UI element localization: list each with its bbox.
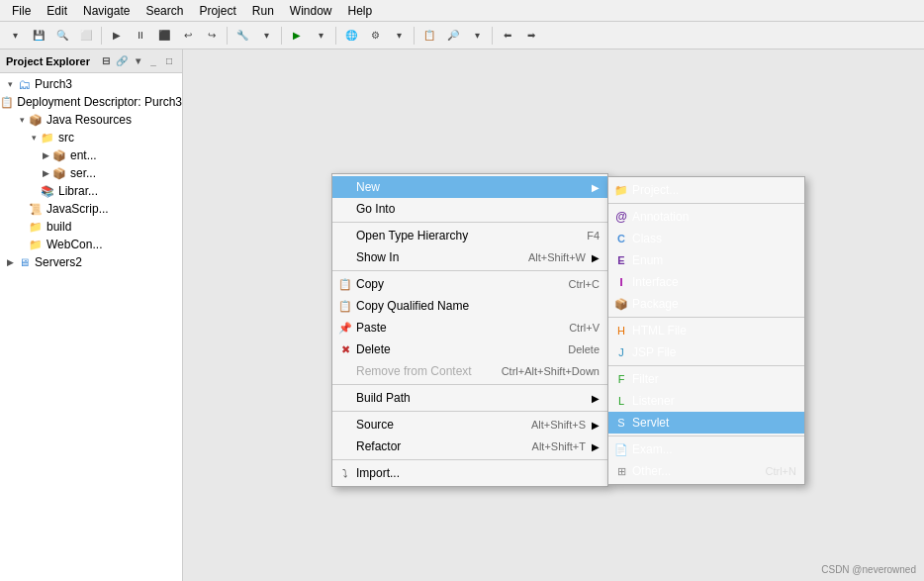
toolbar: ▾ 💾 🔍 ⬜ ▶ ⏸ ⬛ ↩ ↪ 🔧 ▾ ▶ ▾ 🌐 ⚙ ▾ 📋 🔎 ▾ ⬅ …: [0, 22, 924, 49]
maximize-icon[interactable]: □: [162, 55, 176, 66]
toolbar-btn-9[interactable]: 🔧: [231, 25, 253, 47]
toolbar-btn-8[interactable]: ↪: [201, 25, 223, 47]
sm-item-class[interactable]: C Class: [608, 228, 804, 249]
toolbar-run-btn[interactable]: ▶: [286, 25, 308, 47]
cm-item-copy-qualified[interactable]: 📋 Copy Qualified Name: [332, 295, 607, 317]
toolbar-btn-10[interactable]: ▾: [255, 25, 277, 47]
cm-shortcut-source: Alt+Shift+S: [531, 419, 586, 431]
toolbar-btn-18[interactable]: ➡: [520, 25, 542, 47]
sm-item-filter[interactable]: F Filter: [608, 368, 804, 390]
sm-item-package[interactable]: 📦 Package: [608, 293, 804, 315]
tree-item-deployment[interactable]: 📋 Deployment Descriptor: Purch3: [0, 93, 182, 111]
cm-item-show-in[interactable]: Show In Alt+Shift+W ▶: [332, 246, 607, 268]
toolbar-btn-13[interactable]: ▾: [388, 25, 410, 47]
toolbar-btn-save[interactable]: 💾: [28, 25, 49, 47]
sm-item-enum[interactable]: E Enum: [608, 249, 804, 271]
menu-edit[interactable]: Edit: [39, 2, 75, 20]
view-menu-icon[interactable]: ▾: [131, 55, 144, 66]
sm-item-annotation[interactable]: @ Annotation: [608, 206, 804, 228]
interface-icon: I: [613, 274, 629, 290]
toolbar-sep-1: [101, 27, 102, 45]
panel-title: Project Explorer: [6, 55, 90, 67]
sm-item-other[interactable]: ⊞ Other... Ctrl+N: [608, 460, 804, 482]
minimize-icon[interactable]: _: [146, 55, 160, 66]
tree-item-build[interactable]: 📁 build: [0, 218, 182, 236]
menu-file[interactable]: File: [4, 2, 39, 20]
menu-help[interactable]: Help: [340, 2, 381, 20]
sm-sep-2: [608, 317, 804, 318]
paste-icon: 📌: [337, 320, 353, 336]
toolbar-btn-6[interactable]: ⬛: [153, 25, 175, 47]
tree-item-javascript[interactable]: 📜 JavaScrip...: [0, 200, 182, 218]
menu-search[interactable]: Search: [138, 2, 191, 20]
menu-navigate[interactable]: Navigate: [75, 2, 138, 20]
menu-window[interactable]: Window: [282, 2, 340, 20]
sm-item-jsp[interactable]: J JSP File: [608, 341, 804, 363]
tree-item-servers2[interactable]: ▶ 🖥 Servers2: [0, 253, 182, 271]
sm-sep-3: [608, 365, 804, 366]
cm-label-copy-qualified: Copy Qualified Name: [356, 299, 600, 313]
cm-item-go-into[interactable]: Go Into: [332, 198, 607, 220]
sm-label-html: HTML File: [632, 324, 796, 338]
tree-label-servers2: Servers2: [35, 255, 82, 269]
cm-label-import: Import...: [356, 466, 600, 480]
cm-item-build-path[interactable]: Build Path ▶: [332, 387, 607, 409]
toolbar-btn-16[interactable]: ▾: [466, 25, 488, 47]
tree-item-ent[interactable]: ▶ 📦 ent...: [0, 146, 182, 164]
sm-item-example[interactable]: 📄 Exam...: [608, 438, 804, 460]
tree-item-librar[interactable]: 📚 Librar...: [0, 182, 182, 200]
tree-item-purch3[interactable]: ▾ 🗂 Purch3: [0, 75, 182, 93]
toolbar-btn-11[interactable]: 🌐: [340, 25, 362, 47]
cm-label-copy: Copy: [356, 277, 549, 291]
sm-item-interface[interactable]: I Interface: [608, 271, 804, 293]
cm-sep-4: [332, 411, 607, 412]
cm-label-source: Source: [356, 418, 511, 432]
sm-item-html[interactable]: H HTML File: [608, 320, 804, 341]
cm-shortcut-open-type: F4: [587, 230, 600, 242]
tree-item-src[interactable]: ▾ 📁 src: [0, 129, 182, 146]
other-icon: ⊞: [613, 463, 629, 479]
link-with-editor-icon[interactable]: 🔗: [115, 55, 129, 66]
sm-item-servlet[interactable]: S Servlet: [608, 412, 804, 434]
toolbar-btn-15[interactable]: 🔎: [442, 25, 464, 47]
class-icon: C: [613, 231, 629, 246]
cm-item-new[interactable]: New ▶ 📁 Project... @ Annotation: [332, 176, 607, 198]
toolbar-sep-4: [335, 27, 336, 45]
collapse-all-icon[interactable]: ⊟: [99, 55, 113, 66]
toolbar-btn-5[interactable]: ⏸: [130, 25, 151, 47]
toolbar-btn-12[interactable]: ⚙: [364, 25, 386, 47]
cm-item-delete[interactable]: ✖ Delete Delete: [332, 339, 607, 360]
tree-item-java-resources[interactable]: ▾ 📦 Java Resources: [0, 111, 182, 129]
enum-icon: E: [613, 252, 629, 268]
menu-run[interactable]: Run: [244, 2, 282, 20]
sm-label-annotation: Annotation: [632, 210, 796, 224]
toolbar-btn-14[interactable]: 📋: [418, 25, 440, 47]
sm-item-listener[interactable]: L Listener: [608, 390, 804, 412]
cm-label-paste: Paste: [356, 321, 549, 335]
toolbar-btn-7[interactable]: ↩: [177, 25, 199, 47]
tree-arrow-src: ▾: [28, 133, 40, 143]
tree-item-ser[interactable]: ▶ 📦 ser...: [0, 164, 182, 182]
sm-item-project[interactable]: 📁 Project...: [608, 179, 804, 201]
cm-item-paste[interactable]: 📌 Paste Ctrl+V: [332, 317, 607, 339]
cm-item-copy[interactable]: 📋 Copy Ctrl+C: [332, 273, 607, 295]
tree-arrow-purch3: ▾: [4, 79, 16, 89]
toolbar-btn-1[interactable]: ▾: [4, 25, 26, 47]
menu-project[interactable]: Project: [191, 2, 243, 20]
toolbar-run-arrow[interactable]: ▾: [310, 25, 331, 47]
toolbar-btn-3[interactable]: ⬜: [75, 25, 97, 47]
toolbar-btn-2[interactable]: 🔍: [51, 25, 73, 47]
delete-icon: ✖: [337, 341, 353, 357]
cm-item-import[interactable]: ⤵ Import...: [332, 462, 607, 484]
cm-sep-5: [332, 459, 607, 460]
cm-item-open-type[interactable]: Open Type Hierarchy F4: [332, 225, 607, 246]
cm-shortcut-refactor: Alt+Shift+T: [532, 440, 586, 452]
sm-label-example: Exam...: [632, 442, 796, 456]
toolbar-btn-17[interactable]: ⬅: [497, 25, 518, 47]
librar-icon: 📚: [40, 183, 55, 199]
tree-item-webcon[interactable]: 📁 WebCon...: [0, 236, 182, 253]
cm-item-source[interactable]: Source Alt+Shift+S ▶: [332, 414, 607, 436]
toolbar-btn-4[interactable]: ▶: [106, 25, 128, 47]
sm-shortcut-other: Ctrl+N: [766, 465, 796, 477]
cm-item-refactor[interactable]: Refactor Alt+Shift+T ▶: [332, 436, 607, 457]
